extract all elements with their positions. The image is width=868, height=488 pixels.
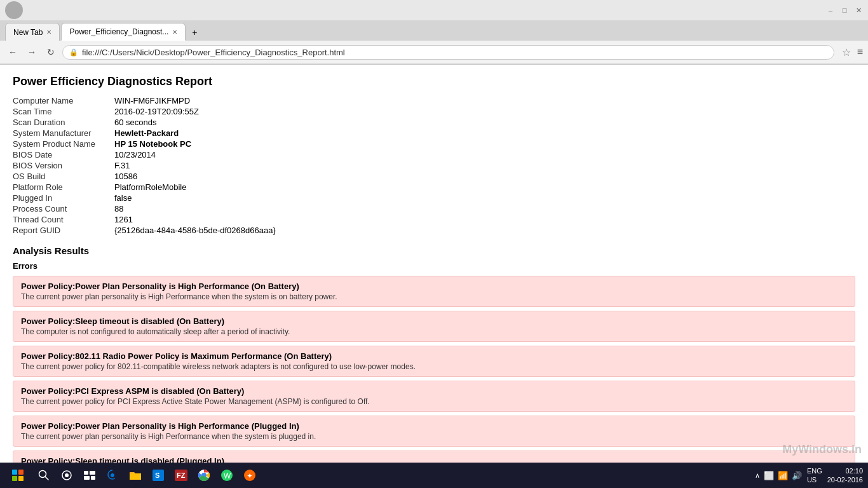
errors-container: Power Policy:Power Plan Personality is H…: [13, 276, 855, 464]
errors-title: Errors: [13, 261, 855, 271]
info-table: Computer NameWIN-FM6FJIKFMPDScan Time201…: [13, 96, 855, 235]
reload-button[interactable]: ↻: [43, 44, 58, 60]
address-text: file:///C:/Users/Nick/Desktop/Power_Effi…: [82, 48, 827, 57]
error-title: Power Policy:PCI Express ASPM is disable…: [21, 386, 847, 396]
browser-chrome: – □ ✕ New Tab ✕ Power_Efficiency_Diagnos…: [0, 0, 868, 65]
taskbar-left: S FZ W: [5, 463, 259, 464]
bookmark-icon[interactable]: ☆: [842, 46, 851, 58]
lock-icon: 🔒: [69, 48, 78, 57]
start-button[interactable]: [5, 463, 31, 464]
tab-close-icon[interactable]: ✕: [172, 29, 177, 36]
info-label: System Manufacturer: [13, 128, 114, 138]
info-value: WIN-FM6FJIKFMPD: [114, 96, 190, 105]
close-button[interactable]: ✕: [854, 6, 863, 15]
info-label: BIOS Date: [13, 150, 114, 159]
info-label: Thread Count: [13, 215, 114, 224]
error-title: Power Policy:Power Plan Personality is H…: [21, 281, 847, 291]
info-row: Report GUID{25126daa-484a-4586-b5de-df02…: [13, 226, 855, 235]
info-value: HP 15 Notebook PC: [114, 139, 191, 149]
error-desc: The current power policy for 802.11-comp…: [21, 362, 847, 371]
info-label: System Product Name: [13, 139, 114, 149]
maximize-button[interactable]: □: [840, 6, 849, 15]
info-value: Hewlett-Packard: [114, 128, 179, 138]
error-title: Power Policy:Power Plan Personality is H…: [21, 421, 847, 431]
info-label: Report GUID: [13, 226, 114, 235]
info-row: System Product NameHP 15 Notebook PC: [13, 139, 855, 149]
info-label: Computer Name: [13, 96, 114, 105]
error-card: Power Policy:Power Plan Personality is H…: [13, 416, 855, 447]
info-value: 1261: [114, 215, 133, 224]
window-controls: – □ ✕: [826, 6, 863, 15]
page-content: Power Efficiency Diagnostics Report Comp…: [0, 65, 868, 464]
tab-close-icon[interactable]: ✕: [46, 29, 51, 36]
info-label: Process Count: [13, 204, 114, 214]
info-value: false: [114, 193, 132, 203]
error-card: Power Policy:PCI Express ASPM is disable…: [13, 381, 855, 412]
title-bar: – □ ✕: [0, 0, 868, 20]
user-icon: [5, 1, 23, 19]
error-desc: The current power plan personality is Hi…: [21, 292, 847, 301]
info-label: BIOS Version: [13, 161, 114, 170]
info-value: 60 seconds: [114, 118, 157, 127]
menu-icon[interactable]: ≡: [857, 46, 863, 58]
error-card: Power Policy:Sleep timeout is disabled (…: [13, 311, 855, 342]
info-row: System ManufacturerHewlett-Packard: [13, 128, 855, 138]
taskbar: S FZ W: [0, 463, 868, 464]
new-tab-button[interactable]: +: [187, 24, 202, 41]
address-bar[interactable]: 🔒 file:///C:/Users/Nick/Desktop/Power_Ef…: [62, 45, 834, 60]
error-title: Power Policy:Sleep timeout is disabled (…: [21, 316, 847, 326]
error-desc: The current power policy for PCI Express…: [21, 397, 847, 406]
tab-new-tab[interactable]: New Tab ✕: [5, 23, 60, 41]
info-value: 10586: [114, 172, 137, 181]
info-value: F.31: [114, 161, 130, 170]
error-card: Power Policy:Power Plan Personality is H…: [13, 276, 855, 307]
info-row: Plugged Infalse: [13, 193, 855, 203]
info-label: OS Build: [13, 172, 114, 181]
info-row: BIOS VersionF.31: [13, 161, 855, 170]
info-row: Scan Duration60 seconds: [13, 118, 855, 127]
info-row: Scan Time2016-02-19T20:09:55Z: [13, 107, 855, 116]
info-row: Computer NameWIN-FM6FJIKFMPD: [13, 96, 855, 105]
nav-bar: ← → ↻ 🔒 file:///C:/Users/Nick/Desktop/Po…: [0, 41, 868, 64]
minimize-button[interactable]: –: [826, 6, 835, 15]
info-label: Platform Role: [13, 182, 114, 192]
info-value: PlatformRoleMobile: [114, 182, 186, 192]
error-title: Power Policy:802.11 Radio Power Policy i…: [21, 351, 847, 361]
error-card: Power Policy:Sleep timeout is disabled (…: [13, 451, 855, 464]
error-card: Power Policy:802.11 Radio Power Policy i…: [13, 346, 855, 377]
tab-label: New Tab: [13, 28, 43, 37]
info-value: 10/23/2014: [114, 150, 156, 159]
info-label: Plugged In: [13, 193, 114, 203]
info-value: {25126daa-484a-4586-b5de-df0268d66aaa}: [114, 226, 276, 235]
tab-report[interactable]: Power_Efficiency_Diagnost... ✕: [61, 23, 186, 41]
info-row: Platform RolePlatformRoleMobile: [13, 182, 855, 192]
info-label: Scan Duration: [13, 118, 114, 127]
info-row: OS Build10586: [13, 172, 855, 181]
info-row: BIOS Date10/23/2014: [13, 150, 855, 159]
back-button[interactable]: ←: [5, 44, 20, 60]
info-value: 2016-02-19T20:09:55Z: [114, 107, 199, 116]
info-row: Thread Count1261: [13, 215, 855, 224]
forward-button[interactable]: →: [24, 44, 39, 60]
title-bar-left: [5, 1, 23, 19]
tab-label: Power_Efficiency_Diagnost...: [69, 27, 168, 36]
info-label: Scan Time: [13, 107, 114, 116]
report-title: Power Efficiency Diagnostics Report: [13, 75, 855, 88]
tab-bar: New Tab ✕ Power_Efficiency_Diagnost... ✕…: [0, 20, 868, 41]
error-desc: The current power plan personality is Hi…: [21, 432, 847, 441]
info-row: Process Count88: [13, 204, 855, 214]
analysis-results-title: Analysis Results: [13, 245, 855, 256]
error-desc: The computer is not configured to automa…: [21, 327, 847, 336]
info-value: 88: [114, 204, 123, 214]
